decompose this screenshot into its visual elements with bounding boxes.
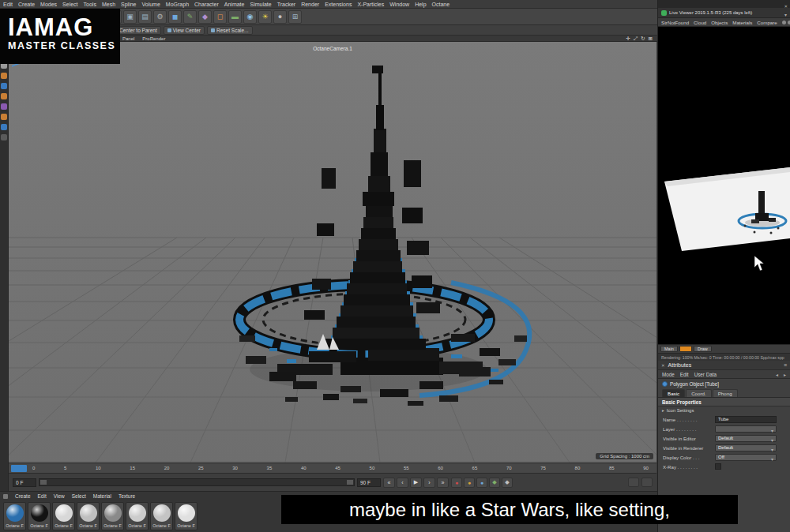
viewport-3d[interactable]: OctaneCamera.1 Grid Spacing : 1000 cm: [9, 42, 656, 463]
material-thumbnail[interactable]: Octane F: [126, 502, 149, 530]
hamburger-menu-icon[interactable]: [784, 362, 787, 368]
live-viewer-menu-item[interactable]: Compare: [757, 20, 777, 25]
goto-start-button[interactable]: «: [383, 478, 395, 488]
expand-triangle-icon[interactable]: [662, 408, 664, 413]
material-thumbnail[interactable]: Octane F: [150, 502, 173, 530]
timeline-options-icon[interactable]: [641, 478, 653, 487]
edges-mode-icon[interactable]: [1, 124, 7, 130]
menu-item[interactable]: Tracker: [277, 2, 295, 7]
menu-item[interactable]: Simulate: [250, 2, 271, 7]
workplane-icon[interactable]: [1, 93, 7, 99]
record-keyframe-icon[interactable]: ●: [451, 478, 462, 488]
material-thumbnail[interactable]: Octane F: [3, 502, 26, 530]
tool-option-button[interactable]: View Center: [164, 26, 205, 35]
add-cube-icon[interactable]: ◼: [168, 10, 182, 24]
menu-item[interactable]: Extensions: [325, 2, 352, 7]
timeline-ruler[interactable]: 051015202530354045505560657075808590: [9, 463, 656, 473]
texture-mode-icon[interactable]: [1, 83, 7, 89]
playback-options-icon[interactable]: [628, 478, 639, 487]
add-spline-icon[interactable]: ✎: [183, 10, 197, 24]
close-icon[interactable]: [661, 362, 665, 368]
goto-end-button[interactable]: »: [437, 478, 449, 488]
end-frame-field[interactable]: [357, 478, 381, 487]
axis-mode-icon[interactable]: [1, 103, 7, 110]
attributes-menu-item[interactable]: User Data: [694, 372, 717, 377]
add-material-icon[interactable]: ●: [273, 10, 287, 24]
current-frame-marker[interactable]: [11, 465, 27, 472]
material-thumbnail[interactable]: Octane F: [28, 502, 51, 530]
camera-label[interactable]: OctaneCamera.1: [313, 46, 352, 51]
menu-item[interactable]: Help: [415, 2, 426, 7]
add-deformer-icon[interactable]: ◻: [213, 10, 227, 24]
keyframe-rotation-icon[interactable]: ◆: [502, 478, 513, 488]
panel-tab[interactable]: Panel: [122, 36, 134, 41]
menu-item[interactable]: Character: [194, 2, 219, 7]
name-field-input[interactable]: [715, 416, 777, 423]
material-thumbnail[interactable]: Octane F: [52, 502, 75, 530]
range-handle-right[interactable]: [347, 480, 353, 485]
material-thumbnail[interactable]: Octane F: [101, 502, 124, 530]
icon-settings-row[interactable]: Icon Settings: [658, 406, 790, 414]
attributes-tab[interactable]: Coord.: [686, 389, 712, 397]
menu-item[interactable]: Volume: [142, 2, 160, 7]
model-mode-icon[interactable]: [1, 73, 7, 79]
menu-item[interactable]: Select: [62, 2, 77, 7]
history-back-icon[interactable]: [776, 372, 778, 377]
live-viewer-menu-item[interactable]: StrNotFound: [661, 20, 689, 25]
visible-editor-dropdown[interactable]: Default: [715, 435, 777, 442]
materials-menu-item[interactable]: Texture: [118, 493, 135, 499]
render-pass-main-button[interactable]: Main: [660, 346, 678, 352]
menu-item[interactable]: Mesh: [102, 2, 115, 7]
zoom-view-icon[interactable]: ⤢: [634, 36, 638, 42]
xray-checkbox[interactable]: [715, 463, 721, 470]
rotate-view-icon[interactable]: ↻: [641, 36, 645, 42]
materials-menu-item[interactable]: View: [54, 493, 65, 499]
keyframe-position-icon[interactable]: ●: [476, 478, 487, 488]
xpresso-icon[interactable]: ⊞: [288, 10, 302, 24]
render-settings-icon[interactable]: ⚙: [153, 10, 167, 24]
menu-item[interactable]: X-Particles: [357, 2, 384, 7]
add-generator-icon[interactable]: ◆: [198, 10, 212, 24]
attributes-menu-item[interactable]: Mode: [662, 372, 675, 377]
material-thumbnail[interactable]: Octane F: [77, 502, 100, 530]
autokey-icon[interactable]: ●: [464, 478, 475, 488]
live-viewer-menu-item[interactable]: Materials: [732, 20, 752, 25]
display-color-dropdown[interactable]: Off: [715, 454, 777, 461]
keyframe-scale-icon[interactable]: ◆: [489, 478, 500, 488]
live-viewer-menu-item[interactable]: Objects: [711, 20, 728, 25]
region-highlight-button[interactable]: [679, 346, 692, 352]
polygons-mode-icon[interactable]: [1, 134, 7, 140]
camera-lock-icon[interactable]: [782, 21, 786, 24]
materials-menu-item[interactable]: Edit: [38, 493, 47, 499]
pan-view-icon[interactable]: ✛: [626, 36, 630, 42]
menu-item[interactable]: Create: [18, 2, 35, 7]
prev-frame-button[interactable]: ‹: [397, 478, 408, 488]
live-viewer-titlebar[interactable]: Live Viewer 2019.1.5-R3 (225 days left): [658, 8, 790, 18]
menu-item[interactable]: MoGraph: [166, 2, 189, 7]
add-camera-icon[interactable]: ◉: [243, 10, 257, 24]
render-view-icon[interactable]: ▣: [123, 10, 137, 24]
materials-menu-item[interactable]: Create: [15, 493, 31, 499]
attributes-menu-item[interactable]: Edit: [680, 372, 689, 377]
material-thumbnail[interactable]: Octane F: [175, 502, 198, 530]
maximize-view-icon[interactable]: ⊞: [649, 36, 653, 42]
menu-item[interactable]: Animate: [224, 2, 245, 7]
materials-menu-item[interactable]: Material: [93, 493, 111, 499]
start-frame-field[interactable]: [13, 478, 36, 487]
range-handle-left[interactable]: [40, 480, 47, 485]
next-frame-button[interactable]: ›: [423, 478, 435, 488]
layer-dropdown[interactable]: [715, 425, 777, 433]
panel-tab[interactable]: ProRender: [142, 36, 165, 41]
attributes-tab[interactable]: Phong: [713, 389, 738, 397]
menu-item[interactable]: Edit: [3, 2, 13, 7]
play-button[interactable]: ▶: [410, 478, 422, 488]
menu-item[interactable]: Window: [389, 2, 409, 7]
add-light-icon[interactable]: ☀: [258, 10, 272, 24]
attributes-tab[interactable]: Basic: [662, 389, 685, 397]
history-forward-icon[interactable]: [784, 372, 786, 377]
frame-range-slider[interactable]: [39, 478, 355, 486]
add-floor-icon[interactable]: ▬: [228, 10, 242, 24]
render-preview[interactable]: [658, 27, 790, 344]
draw-button[interactable]: Draw: [694, 346, 712, 352]
render-picture-viewer-icon[interactable]: ▤: [138, 10, 152, 24]
